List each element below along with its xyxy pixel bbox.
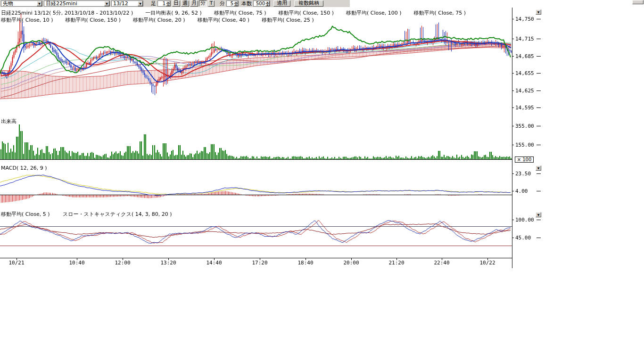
stoch-pane-title: 移動平均( Close, 5 ) スロー・ストキャスティクス( 14, 3, 8… xyxy=(1,211,183,218)
ma-legend: 移動平均( Close, 75 ) xyxy=(414,9,466,16)
spinner-arrows[interactable]: ▲▼ xyxy=(265,1,270,6)
y-axis-label: 23.50 xyxy=(515,171,531,177)
chevron-down-icon: ▼ xyxy=(37,1,42,6)
period-day-button[interactable]: 日 xyxy=(172,0,180,7)
chevron-down-icon: ▼ xyxy=(104,1,109,6)
bar-interval-stepper[interactable]: 1 ▲▼ xyxy=(157,0,171,7)
y-axis-tick xyxy=(537,73,541,74)
minute-value: 5 xyxy=(227,1,234,6)
scrollbar-corner[interactable] xyxy=(632,0,644,4)
spinner-arrows[interactable]: ▲▼ xyxy=(234,1,238,6)
bar-count-label: 本数 xyxy=(240,0,253,7)
y-axis-label: 14,655 xyxy=(515,70,534,76)
contract-month-value: 13/12 xyxy=(113,0,128,7)
period-month-button[interactable]: 月 xyxy=(190,0,198,7)
spin-down-icon[interactable]: ▼ xyxy=(234,4,238,7)
x-axis-label: 10/22 xyxy=(477,260,498,266)
macd-pane-title: MACD( 12, 26, 9 ) xyxy=(1,165,47,171)
ma-legend: 移動平均( Close, 100 ) xyxy=(346,9,402,16)
symbol-select-value: 日経225mini xyxy=(46,0,77,7)
y-axis-tick xyxy=(537,90,541,91)
period-minute-button[interactable]: 分 xyxy=(199,0,207,7)
ma-legend: 移動平均( Close, 40 ) xyxy=(198,16,250,24)
chevron-down-icon: ▼ xyxy=(537,166,540,170)
ma-legend: 移動平均( Close, 20 ) xyxy=(133,16,185,24)
multi-symbol-button[interactable]: 複数銘柄 xyxy=(294,0,323,7)
y-axis-tick xyxy=(537,56,541,57)
y-axis-label: 14,625 xyxy=(515,88,534,94)
chart-application-window: 先物 ▼ 日経225mini ▼ 13/12 ▼ 足 1 ▲▼ 日 週 月 分 … xyxy=(0,0,644,362)
bar-interval-value: 1 xyxy=(158,1,166,6)
price-pane-legend-row1: 日経225mini 13/12( 5分, 2013/10/18 - 2013/1… xyxy=(1,9,478,16)
y-axis-tick xyxy=(537,126,541,126)
y-axis-label: 100.00 xyxy=(515,217,534,223)
x-axis-label: 17:20 xyxy=(249,260,270,266)
slow-stochastics-legend: スロー・ストキャスティクス( 14, 3, 80, 20 ) xyxy=(63,211,172,217)
category-select-value: 先物 xyxy=(3,0,13,7)
y-axis-tick xyxy=(537,19,541,19)
y-axis-tick xyxy=(537,191,541,191)
chevron-down-icon: ▼ xyxy=(537,213,540,216)
y-axis-label: 14,750 xyxy=(515,16,534,22)
symbol-legend: 日経225mini 13/12( 5分, 2013/10/18 - 2013/1… xyxy=(1,9,133,16)
price-pane-legend-row2: 移動平均( Close, 10 ) 移動平均( Close, 150 ) 移動平… xyxy=(1,16,326,24)
y-axis-tick xyxy=(537,238,541,238)
x-axis-label: 12:00 xyxy=(112,260,133,266)
spin-down-icon[interactable]: ▼ xyxy=(166,4,170,7)
minute-label: 分 xyxy=(218,0,226,7)
apply-button[interactable]: 適用 xyxy=(273,0,290,7)
volume-pane-title: 出来高 xyxy=(1,118,17,125)
x-axis-label: 20:00 xyxy=(341,260,362,266)
x-axis-label: 18:40 xyxy=(295,260,316,266)
y-axis-tick xyxy=(537,173,541,174)
ma-legend: 移動平均( Close, 25 ) xyxy=(262,16,314,24)
ichimoku-legend: 一目均衡表( 9, 26, 52 ) xyxy=(145,9,202,16)
y-axis-label: 14,715 xyxy=(515,36,534,42)
ma-legend: 移動平均( Close, 150 ) xyxy=(66,16,121,24)
y-axis-label: 45.00 xyxy=(515,235,531,241)
symbol-select[interactable]: 日経225mini ▼ xyxy=(44,0,110,7)
x-axis-label: 10/21 xyxy=(6,260,27,266)
spinner-arrows[interactable]: ▲▼ xyxy=(166,1,170,6)
y-axis-tick xyxy=(537,107,541,108)
x-axis-label: 14:40 xyxy=(204,260,224,266)
toolbar: 先物 ▼ 日経225mini ▼ 13/12 ▼ 足 1 ▲▼ 日 週 月 分 … xyxy=(0,0,350,7)
y-axis-tick xyxy=(537,145,541,145)
stoch-pane-menu-button[interactable]: ▼ xyxy=(536,212,541,217)
y-axis-label: 14,595 xyxy=(515,105,534,111)
x-axis-label: 22:40 xyxy=(431,260,452,266)
minute-stepper[interactable]: 5 ▲▼ xyxy=(226,0,239,7)
ma-legend: 移動平均( Close, 75 ) xyxy=(214,9,266,16)
x-axis-label: 13:20 xyxy=(158,260,179,266)
y-axis-label: 355.00 xyxy=(515,123,534,129)
y-axis-label: 155.00 xyxy=(515,142,534,148)
y-axis-tick xyxy=(537,220,541,220)
period-week-button[interactable]: 週 xyxy=(181,0,189,7)
volume-scale-badge: × 100 xyxy=(515,156,534,163)
contract-month-select[interactable]: 13/12 ▼ xyxy=(111,0,143,7)
price-pane-menu-button[interactable]: ▼ xyxy=(536,9,541,15)
chart-canvas[interactable] xyxy=(0,0,514,271)
macd-pane-menu-button[interactable]: ▼ xyxy=(536,165,541,171)
x-axis-label: 10:40 xyxy=(66,260,87,266)
bar-count-value: 500 xyxy=(254,1,265,6)
bar-type-label: 足 xyxy=(149,0,157,7)
chevron-down-icon: ▼ xyxy=(537,10,540,14)
chevron-down-icon: ▼ xyxy=(138,1,143,6)
period-tick-button[interactable]: T xyxy=(208,0,215,7)
x-axis-label: 21:20 xyxy=(386,260,407,266)
ma-legend: 移動平均( Close, 150 ) xyxy=(278,9,334,16)
spin-down-icon[interactable]: ▼ xyxy=(265,4,270,7)
y-axis-label: 14,685 xyxy=(515,53,534,59)
ma-legend: 移動平均( Close, 10 ) xyxy=(1,16,53,24)
y-axis-tick xyxy=(537,39,541,39)
y-axis-label: 4.00 xyxy=(515,188,528,194)
ma5-legend: 移動平均( Close, 5 ) xyxy=(1,211,50,217)
bar-count-stepper[interactable]: 500 ▲▼ xyxy=(253,0,270,7)
category-select[interactable]: 先物 ▼ xyxy=(1,0,42,7)
